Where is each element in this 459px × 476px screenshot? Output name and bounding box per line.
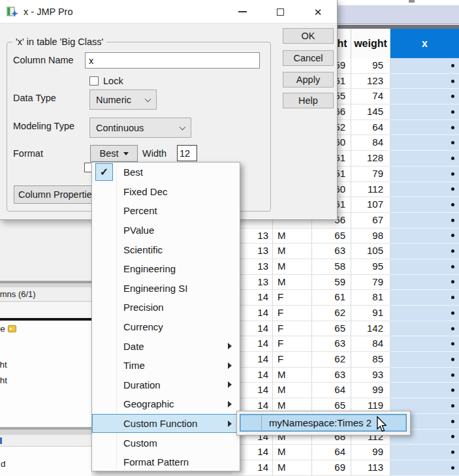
- menu-item-percent[interactable]: Percent: [92, 201, 240, 221]
- cell-x-missing[interactable]: [390, 460, 459, 476]
- cell-x-missing[interactable]: [390, 213, 459, 229]
- lock-checkbox[interactable]: [89, 76, 99, 86]
- cell-weight[interactable]: 98: [351, 229, 390, 244]
- menu-item-best[interactable]: ✓Best: [92, 163, 240, 182]
- cancel-button[interactable]: Cancel: [283, 50, 334, 66]
- cell-sex[interactable]: M: [273, 368, 312, 383]
- cell-x-missing[interactable]: [390, 306, 459, 321]
- cell-sex[interactable]: M: [273, 275, 312, 291]
- menu-item-fixed-dec[interactable]: Fixed Dec: [92, 182, 240, 202]
- menu-item-custom[interactable]: Custom: [92, 433, 240, 452]
- cell-x-missing[interactable]: [390, 290, 459, 306]
- cell-x-missing[interactable]: [390, 383, 459, 398]
- cell-sex[interactable]: M: [273, 445, 312, 460]
- cell-height[interactable]: 65: [312, 229, 351, 244]
- cell-x-missing[interactable]: [390, 445, 459, 460]
- cell-weight[interactable]: 93: [351, 368, 390, 383]
- cell-height[interactable]: 58: [312, 259, 351, 275]
- cell-x-missing[interactable]: [390, 89, 459, 104]
- cell-x-missing[interactable]: [390, 58, 459, 74]
- maximize-button[interactable]: [261, 0, 299, 24]
- cell-weight[interactable]: 84: [351, 135, 390, 151]
- cell-height[interactable]: 62: [312, 306, 351, 321]
- cell-x-missing[interactable]: [390, 167, 459, 182]
- cell-weight[interactable]: 128: [351, 151, 390, 167]
- cell-sex[interactable]: F: [273, 352, 312, 368]
- columns-panel-header[interactable]: Columns (6/1): [0, 287, 91, 302]
- column-name-input[interactable]: [85, 52, 260, 69]
- cell-weight[interactable]: 95: [351, 58, 390, 74]
- cell-x-missing[interactable]: [390, 336, 459, 352]
- minimize-button[interactable]: [223, 0, 261, 24]
- help-button[interactable]: Help: [283, 93, 334, 108]
- dialog-titlebar[interactable]: x - JMP Pro ✕: [0, 0, 337, 24]
- cell-x-missing[interactable]: [390, 352, 459, 368]
- cell-weight[interactable]: 105: [351, 244, 390, 259]
- cell-weight[interactable]: 112: [351, 182, 390, 198]
- menu-item-date[interactable]: Date: [92, 336, 240, 356]
- cell-weight[interactable]: 64: [351, 120, 390, 136]
- menu-item-time[interactable]: Time: [92, 356, 240, 375]
- modeling-type-dropdown[interactable]: Continuous: [89, 118, 191, 138]
- cell-x-missing[interactable]: [390, 229, 459, 244]
- data-type-dropdown[interactable]: Numeric: [89, 89, 157, 110]
- apply-button[interactable]: Apply: [283, 72, 334, 87]
- cell-sex[interactable]: F: [273, 290, 312, 306]
- menu-item-format-pattern[interactable]: Format Pattern: [92, 452, 240, 472]
- cell-x-missing[interactable]: [390, 244, 459, 259]
- cell-x-missing[interactable]: [390, 259, 459, 275]
- cell-sex[interactable]: M: [273, 460, 312, 476]
- format-best-button[interactable]: Best: [90, 145, 138, 162]
- menu-item-scientific[interactable]: Scientific: [92, 240, 240, 259]
- cell-height[interactable]: 63: [312, 336, 351, 352]
- cell-x-missing[interactable]: [390, 151, 459, 167]
- cell-height[interactable]: 61: [312, 290, 351, 306]
- close-button[interactable]: ✕: [299, 0, 337, 24]
- cell-height[interactable]: 59: [312, 275, 351, 291]
- cell-weight[interactable]: 95: [351, 259, 390, 275]
- menu-item-geographic[interactable]: Geographic: [92, 394, 240, 414]
- cell-height[interactable]: 64: [312, 445, 351, 460]
- cell-weight[interactable]: 107: [351, 197, 390, 213]
- cell-weight[interactable]: 81: [351, 290, 390, 306]
- column-header-x-selected[interactable]: x: [390, 29, 459, 58]
- cell-x-missing[interactable]: [390, 74, 459, 89]
- cell-weight[interactable]: 113: [351, 460, 390, 476]
- cell-weight[interactable]: 79: [351, 275, 390, 291]
- cell-weight[interactable]: 145: [351, 104, 390, 120]
- cell-x-missing[interactable]: [390, 197, 459, 213]
- cell-sex[interactable]: M: [273, 383, 312, 398]
- menu-item-currency[interactable]: Currency: [92, 317, 240, 337]
- cell-height[interactable]: 62: [312, 352, 351, 368]
- column-header-weight[interactable]: weight: [351, 29, 390, 58]
- cell-height[interactable]: 63: [312, 244, 351, 259]
- cell-height[interactable]: 64: [312, 383, 351, 398]
- cell-height[interactable]: 69: [312, 460, 351, 476]
- cell-x-missing[interactable]: [390, 275, 459, 291]
- menu-item-engineering-si[interactable]: Engineering SI: [92, 279, 240, 298]
- cell-sex[interactable]: M: [273, 229, 312, 244]
- cell-weight[interactable]: 79: [351, 167, 390, 182]
- cell-sex[interactable]: M: [273, 244, 312, 259]
- menu-item-duration[interactable]: Duration: [92, 375, 240, 395]
- cell-x-missing[interactable]: [390, 182, 459, 198]
- cell-weight[interactable]: 67: [351, 213, 390, 229]
- ok-button[interactable]: OK: [283, 28, 334, 44]
- menu-item-precision[interactable]: Precision: [92, 298, 240, 317]
- cell-weight[interactable]: 142: [351, 321, 390, 337]
- menu-item-custom-function[interactable]: Custom Function: [92, 414, 240, 434]
- cell-height[interactable]: 63: [312, 368, 351, 383]
- cell-weight[interactable]: 84: [351, 336, 390, 352]
- columns-panel-item-height[interactable]: height: [0, 360, 7, 370]
- cell-x-missing[interactable]: [390, 120, 459, 136]
- menu-item-pvalue[interactable]: PValue: [92, 221, 240, 240]
- cell-sex[interactable]: F: [273, 336, 312, 352]
- columns-panel-item-weight[interactable]: weight: [0, 375, 7, 385]
- scrollbar-tick[interactable]: [409, 0, 415, 3]
- cell-x-missing[interactable]: [390, 321, 459, 337]
- cell-weight[interactable]: 99: [351, 445, 390, 460]
- cell-weight[interactable]: 85: [351, 352, 390, 368]
- menu-item-engineering[interactable]: Engineering: [92, 259, 240, 279]
- cell-weight[interactable]: 123: [351, 74, 390, 89]
- cell-sex[interactable]: M: [273, 259, 312, 275]
